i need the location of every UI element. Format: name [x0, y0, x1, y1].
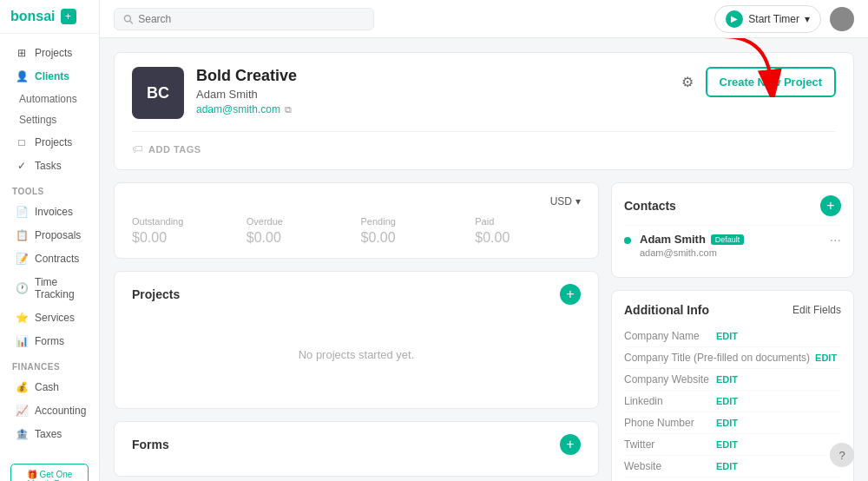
help-button[interactable]: ?	[830, 443, 854, 467]
sidebar: bonsai + ⊞ Projects 👤 Clients Automation…	[0, 0, 100, 481]
sidebar-item-label: Clients	[35, 70, 69, 82]
contact-email: adam@smith.com	[640, 247, 821, 258]
sidebar-item-label: Invoices	[35, 206, 73, 218]
sidebar-item-taxes[interactable]: 🏦 Taxes	[3, 423, 95, 445]
info-field-row: Linkedin EDIT	[624, 391, 841, 412]
info-field-row: Company Title (Pre-filled on documents) …	[624, 347, 841, 369]
paid-item: Paid $0.00	[475, 216, 581, 246]
red-arrow-annotation	[714, 38, 784, 100]
info-field-edit-link[interactable]: EDIT	[716, 331, 738, 341]
outstanding-label: Outstanding	[132, 216, 238, 227]
sidebar-footer: 🎁 Get One Month Free	[0, 453, 99, 481]
contact-more-button[interactable]: ···	[830, 233, 841, 248]
overdue-item: Overdue $0.00	[247, 216, 352, 246]
sidebar-item-invoices[interactable]: 📄 Invoices	[3, 201, 95, 223]
edit-fields-link[interactable]: Edit Fields	[792, 304, 841, 316]
timer-play-icon: ▶	[726, 10, 743, 28]
topbar-right: ▶ Start Timer ▾	[714, 5, 854, 33]
sidebar-item-time-tracking[interactable]: 🕐 Time Tracking	[3, 271, 95, 306]
client-info: Bold Creative Adam Smith adam@smith.com …	[196, 67, 666, 115]
search-box[interactable]	[114, 8, 374, 30]
arrow-svg	[714, 38, 784, 97]
copy-email-icon[interactable]: ⧉	[285, 104, 292, 115]
client-header-card: ✕ BC Bold Creative Adam Smith adam@smith…	[114, 52, 854, 170]
settings-gear-button[interactable]: ⚙	[678, 70, 697, 94]
get-free-button[interactable]: 🎁 Get One Month Free	[10, 464, 89, 481]
sidebar-item-label: Contracts	[35, 253, 79, 265]
new-button[interactable]: +	[61, 9, 76, 24]
add-tags-label[interactable]: ADD TAGS	[148, 144, 201, 155]
sidebar-logo: bonsai +	[0, 0, 99, 34]
sidebar-item-label: Projects	[35, 136, 72, 148]
projects-empty-message: No projects started yet.	[299, 348, 415, 361]
add-project-button[interactable]: +	[560, 284, 581, 305]
info-field-edit-link[interactable]: EDIT	[815, 353, 837, 363]
forms-icon: 📊	[16, 335, 28, 347]
info-field-name: Company Name	[624, 330, 711, 342]
sidebar-item-tasks[interactable]: ✓ Tasks	[3, 155, 95, 177]
sidebar-item-label: Services	[35, 312, 75, 324]
sidebar-item-proposals[interactable]: 📋 Proposals	[3, 224, 95, 247]
sidebar-item-accounting[interactable]: 📈 Accounting	[3, 399, 95, 422]
info-field-row: Website EDIT	[624, 456, 841, 478]
sidebar-item-cash[interactable]: 💰 Cash	[3, 376, 95, 399]
start-timer-button[interactable]: ▶ Start Timer ▾	[714, 5, 821, 33]
topbar: ▶ Start Timer ▾	[100, 0, 868, 38]
info-field-edit-link[interactable]: EDIT	[716, 461, 738, 471]
overdue-label: Overdue	[247, 216, 352, 227]
bonsai-logo: bonsai	[10, 9, 56, 24]
forms-title: Forms	[132, 438, 169, 451]
main-content: ▶ Start Timer ▾ ✕ BC Bold Creative Adam …	[100, 0, 868, 481]
additional-info-header: Additional Info Edit Fields	[624, 303, 841, 317]
sidebar-item-label: Proposals	[35, 229, 81, 241]
user-avatar[interactable]	[830, 7, 854, 31]
client-header-actions: ⚙ Create New Project	[678, 67, 837, 97]
search-input[interactable]	[138, 13, 365, 25]
timer-chevron: ▾	[805, 13, 810, 25]
sidebar-item-forms[interactable]: 📊 Forms	[3, 330, 95, 353]
client-contact-name: Adam Smith	[196, 88, 666, 101]
overdue-value: $0.00	[247, 230, 352, 246]
projects-empty-state: No projects started yet.	[132, 313, 581, 396]
finance-header: USD ▾	[132, 195, 581, 208]
cash-icon: 💰	[16, 381, 28, 393]
sidebar-item-automations[interactable]: Automations	[0, 89, 99, 109]
sidebar-item-label: Projects	[35, 47, 72, 59]
info-field-row: Company Name EDIT	[624, 326, 841, 347]
two-col-layout: USD ▾ Outstanding $0.00 Overdue $0.00	[114, 182, 854, 481]
info-field-edit-link[interactable]: EDIT	[716, 374, 738, 385]
sidebar-item-projects[interactable]: □ Projects	[3, 131, 95, 154]
client-email-row: adam@smith.com ⧉	[196, 103, 666, 115]
info-field-edit-link[interactable]: EDIT	[716, 418, 738, 428]
sidebar-nav: ⊞ Projects 👤 Clients Automations Setting…	[0, 34, 99, 453]
add-contact-button[interactable]: +	[820, 195, 841, 216]
info-field-name: Company Website	[624, 373, 711, 385]
invoices-icon: 📄	[16, 206, 28, 218]
tag-icon: 🏷	[132, 142, 143, 155]
contact-item: Adam Smith Default adam@smith.com ···	[624, 225, 841, 265]
tags-row: 🏷 ADD TAGS	[132, 131, 836, 155]
sidebar-item-label: Taxes	[35, 428, 62, 440]
sidebar-item-dashboard[interactable]: ⊞ Projects	[3, 42, 95, 64]
proposals-icon: 📋	[16, 229, 28, 241]
outstanding-value: $0.00	[132, 230, 238, 246]
sidebar-item-contracts[interactable]: 📝 Contracts	[3, 247, 95, 270]
sidebar-item-services[interactable]: ⭐ Services	[3, 306, 95, 329]
sidebar-sub-label: Automations	[19, 93, 77, 105]
client-initials: BC	[147, 84, 169, 102]
sidebar-item-label: Accounting	[35, 405, 86, 417]
info-field-edit-link[interactable]: EDIT	[716, 396, 738, 406]
currency-chevron: ▾	[575, 195, 581, 208]
sidebar-item-settings[interactable]: Settings	[0, 109, 99, 130]
info-field-row: Twitter EDIT	[624, 434, 841, 456]
page-content: ✕ BC Bold Creative Adam Smith adam@smith…	[100, 38, 868, 481]
client-email[interactable]: adam@smith.com	[196, 103, 280, 115]
accounting-icon: 📈	[16, 405, 28, 417]
currency-selector[interactable]: USD ▾	[550, 195, 581, 208]
sidebar-item-clients[interactable]: 👤 Clients	[3, 65, 95, 88]
add-form-button[interactable]: +	[560, 434, 581, 455]
info-field-edit-link[interactable]: EDIT	[716, 439, 738, 450]
finance-grid: Outstanding $0.00 Overdue $0.00 Pending …	[132, 216, 581, 246]
info-field-name: Company Title (Pre-filled on documents)	[624, 352, 810, 364]
paid-value: $0.00	[475, 230, 581, 246]
